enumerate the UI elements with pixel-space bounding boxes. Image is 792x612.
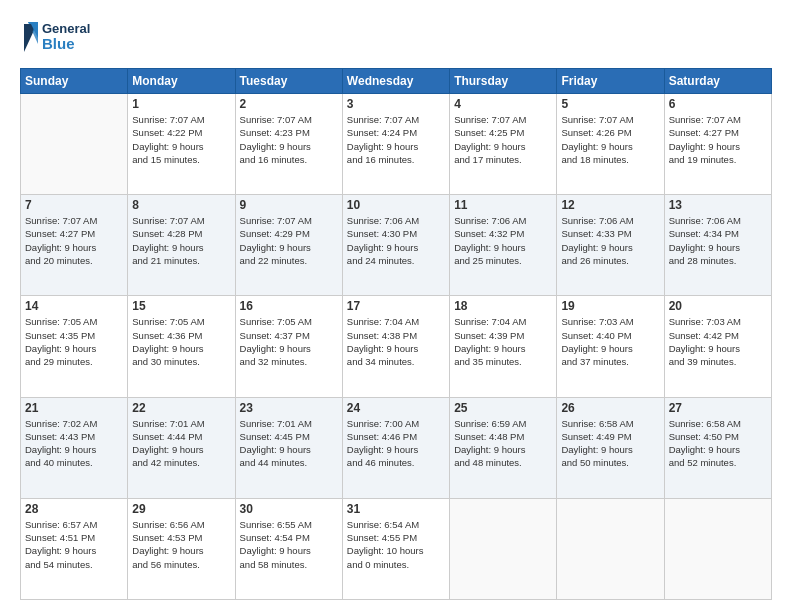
day-number: 9	[240, 198, 338, 212]
svg-text:General: General	[42, 21, 90, 36]
col-header-tuesday: Tuesday	[235, 69, 342, 94]
calendar-cell: 13Sunrise: 7:06 AMSunset: 4:34 PMDayligh…	[664, 195, 771, 296]
day-number: 31	[347, 502, 445, 516]
day-number: 18	[454, 299, 552, 313]
day-info: Sunrise: 6:59 AMSunset: 4:48 PMDaylight:…	[454, 417, 552, 470]
day-number: 7	[25, 198, 123, 212]
logo: General Blue	[20, 16, 100, 58]
day-info: Sunrise: 7:06 AMSunset: 4:30 PMDaylight:…	[347, 214, 445, 267]
day-number: 13	[669, 198, 767, 212]
day-info: Sunrise: 6:58 AMSunset: 4:50 PMDaylight:…	[669, 417, 767, 470]
day-number: 30	[240, 502, 338, 516]
day-info: Sunrise: 7:00 AMSunset: 4:46 PMDaylight:…	[347, 417, 445, 470]
day-info: Sunrise: 7:07 AMSunset: 4:27 PMDaylight:…	[669, 113, 767, 166]
day-number: 4	[454, 97, 552, 111]
day-number: 12	[561, 198, 659, 212]
day-number: 6	[669, 97, 767, 111]
day-number: 22	[132, 401, 230, 415]
calendar-cell: 1Sunrise: 7:07 AMSunset: 4:22 PMDaylight…	[128, 94, 235, 195]
day-number: 16	[240, 299, 338, 313]
day-info: Sunrise: 7:06 AMSunset: 4:33 PMDaylight:…	[561, 214, 659, 267]
day-number: 1	[132, 97, 230, 111]
calendar-cell: 25Sunrise: 6:59 AMSunset: 4:48 PMDayligh…	[450, 397, 557, 498]
day-info: Sunrise: 7:07 AMSunset: 4:26 PMDaylight:…	[561, 113, 659, 166]
day-number: 21	[25, 401, 123, 415]
calendar-cell: 20Sunrise: 7:03 AMSunset: 4:42 PMDayligh…	[664, 296, 771, 397]
col-header-saturday: Saturday	[664, 69, 771, 94]
calendar-cell	[21, 94, 128, 195]
day-number: 29	[132, 502, 230, 516]
calendar-cell: 6Sunrise: 7:07 AMSunset: 4:27 PMDaylight…	[664, 94, 771, 195]
calendar-cell: 17Sunrise: 7:04 AMSunset: 4:38 PMDayligh…	[342, 296, 449, 397]
calendar-cell: 28Sunrise: 6:57 AMSunset: 4:51 PMDayligh…	[21, 498, 128, 599]
calendar-cell	[664, 498, 771, 599]
day-info: Sunrise: 6:57 AMSunset: 4:51 PMDaylight:…	[25, 518, 123, 571]
day-number: 28	[25, 502, 123, 516]
calendar-cell: 21Sunrise: 7:02 AMSunset: 4:43 PMDayligh…	[21, 397, 128, 498]
calendar-week-5: 28Sunrise: 6:57 AMSunset: 4:51 PMDayligh…	[21, 498, 772, 599]
calendar-week-4: 21Sunrise: 7:02 AMSunset: 4:43 PMDayligh…	[21, 397, 772, 498]
calendar-week-1: 1Sunrise: 7:07 AMSunset: 4:22 PMDaylight…	[21, 94, 772, 195]
day-info: Sunrise: 7:05 AMSunset: 4:37 PMDaylight:…	[240, 315, 338, 368]
day-info: Sunrise: 6:54 AMSunset: 4:55 PMDaylight:…	[347, 518, 445, 571]
calendar-cell: 31Sunrise: 6:54 AMSunset: 4:55 PMDayligh…	[342, 498, 449, 599]
day-info: Sunrise: 7:06 AMSunset: 4:32 PMDaylight:…	[454, 214, 552, 267]
day-info: Sunrise: 6:56 AMSunset: 4:53 PMDaylight:…	[132, 518, 230, 571]
day-number: 17	[347, 299, 445, 313]
day-number: 15	[132, 299, 230, 313]
col-header-thursday: Thursday	[450, 69, 557, 94]
calendar-cell: 11Sunrise: 7:06 AMSunset: 4:32 PMDayligh…	[450, 195, 557, 296]
day-info: Sunrise: 7:07 AMSunset: 4:23 PMDaylight:…	[240, 113, 338, 166]
day-info: Sunrise: 7:03 AMSunset: 4:42 PMDaylight:…	[669, 315, 767, 368]
day-info: Sunrise: 6:58 AMSunset: 4:49 PMDaylight:…	[561, 417, 659, 470]
calendar-header-row: SundayMondayTuesdayWednesdayThursdayFrid…	[21, 69, 772, 94]
calendar-cell	[450, 498, 557, 599]
day-number: 19	[561, 299, 659, 313]
calendar-cell: 29Sunrise: 6:56 AMSunset: 4:53 PMDayligh…	[128, 498, 235, 599]
day-number: 27	[669, 401, 767, 415]
col-header-monday: Monday	[128, 69, 235, 94]
day-info: Sunrise: 6:55 AMSunset: 4:54 PMDaylight:…	[240, 518, 338, 571]
day-number: 5	[561, 97, 659, 111]
day-info: Sunrise: 7:05 AMSunset: 4:36 PMDaylight:…	[132, 315, 230, 368]
calendar-cell: 18Sunrise: 7:04 AMSunset: 4:39 PMDayligh…	[450, 296, 557, 397]
calendar-cell: 5Sunrise: 7:07 AMSunset: 4:26 PMDaylight…	[557, 94, 664, 195]
day-info: Sunrise: 7:07 AMSunset: 4:27 PMDaylight:…	[25, 214, 123, 267]
day-info: Sunrise: 7:07 AMSunset: 4:28 PMDaylight:…	[132, 214, 230, 267]
calendar-cell: 9Sunrise: 7:07 AMSunset: 4:29 PMDaylight…	[235, 195, 342, 296]
day-number: 2	[240, 97, 338, 111]
calendar-week-2: 7Sunrise: 7:07 AMSunset: 4:27 PMDaylight…	[21, 195, 772, 296]
day-number: 8	[132, 198, 230, 212]
calendar-cell: 19Sunrise: 7:03 AMSunset: 4:40 PMDayligh…	[557, 296, 664, 397]
day-info: Sunrise: 7:07 AMSunset: 4:29 PMDaylight:…	[240, 214, 338, 267]
day-info: Sunrise: 7:07 AMSunset: 4:22 PMDaylight:…	[132, 113, 230, 166]
calendar-week-3: 14Sunrise: 7:05 AMSunset: 4:35 PMDayligh…	[21, 296, 772, 397]
day-info: Sunrise: 7:01 AMSunset: 4:44 PMDaylight:…	[132, 417, 230, 470]
calendar-cell	[557, 498, 664, 599]
calendar-cell: 23Sunrise: 7:01 AMSunset: 4:45 PMDayligh…	[235, 397, 342, 498]
calendar-table: SundayMondayTuesdayWednesdayThursdayFrid…	[20, 68, 772, 600]
calendar-cell: 14Sunrise: 7:05 AMSunset: 4:35 PMDayligh…	[21, 296, 128, 397]
logo-svg: General Blue	[20, 16, 100, 58]
col-header-wednesday: Wednesday	[342, 69, 449, 94]
day-number: 26	[561, 401, 659, 415]
calendar-cell: 8Sunrise: 7:07 AMSunset: 4:28 PMDaylight…	[128, 195, 235, 296]
day-number: 25	[454, 401, 552, 415]
calendar-cell: 27Sunrise: 6:58 AMSunset: 4:50 PMDayligh…	[664, 397, 771, 498]
page-header: General Blue	[20, 16, 772, 58]
day-number: 3	[347, 97, 445, 111]
calendar-cell: 30Sunrise: 6:55 AMSunset: 4:54 PMDayligh…	[235, 498, 342, 599]
day-info: Sunrise: 7:02 AMSunset: 4:43 PMDaylight:…	[25, 417, 123, 470]
day-number: 10	[347, 198, 445, 212]
day-info: Sunrise: 7:07 AMSunset: 4:25 PMDaylight:…	[454, 113, 552, 166]
calendar-cell: 12Sunrise: 7:06 AMSunset: 4:33 PMDayligh…	[557, 195, 664, 296]
day-info: Sunrise: 7:06 AMSunset: 4:34 PMDaylight:…	[669, 214, 767, 267]
day-info: Sunrise: 7:01 AMSunset: 4:45 PMDaylight:…	[240, 417, 338, 470]
col-header-sunday: Sunday	[21, 69, 128, 94]
day-number: 11	[454, 198, 552, 212]
calendar-cell: 7Sunrise: 7:07 AMSunset: 4:27 PMDaylight…	[21, 195, 128, 296]
svg-text:Blue: Blue	[42, 35, 75, 52]
calendar-cell: 22Sunrise: 7:01 AMSunset: 4:44 PMDayligh…	[128, 397, 235, 498]
day-number: 23	[240, 401, 338, 415]
calendar-cell: 24Sunrise: 7:00 AMSunset: 4:46 PMDayligh…	[342, 397, 449, 498]
